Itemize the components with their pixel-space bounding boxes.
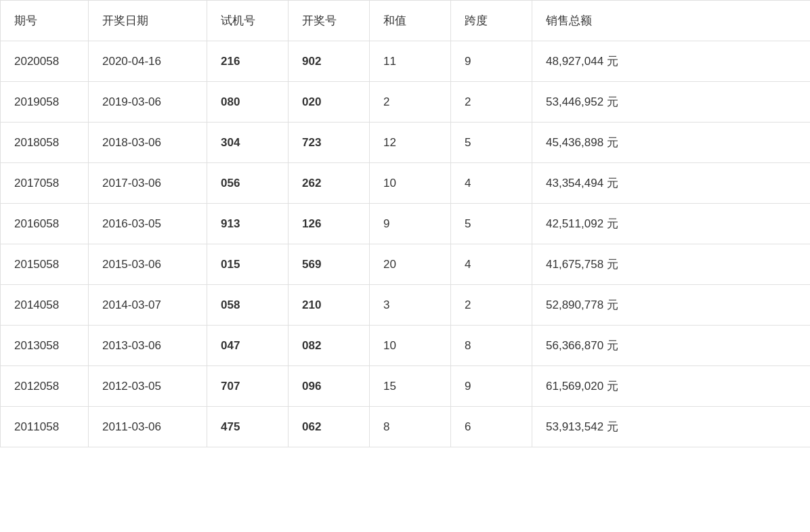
table-row: 20180582018-03-0630472312545,436,898 元 xyxy=(1,123,811,163)
table-row: 20120582012-03-0570709615961,569,020 元 xyxy=(1,366,811,407)
cell-shiji: 080 xyxy=(207,82,289,123)
cell-xiaoshou: 53,446,952 元 xyxy=(532,82,811,123)
cell-hezhi: 10 xyxy=(370,163,451,204)
cell-xiaoshou: 61,569,020 元 xyxy=(532,366,811,407)
header-kaijia: 开奖号 xyxy=(289,1,370,41)
cell-qihao: 2018058 xyxy=(1,123,89,163)
header-kuadu: 跨度 xyxy=(451,1,532,41)
cell-qihao: 2020058 xyxy=(1,41,89,82)
cell-hezhi: 15 xyxy=(370,366,451,407)
cell-kaijia: 096 xyxy=(289,366,370,407)
cell-kaijia: 210 xyxy=(289,285,370,326)
cell-shiji: 058 xyxy=(207,285,289,326)
cell-kuadu: 5 xyxy=(451,204,532,244)
cell-qihao: 2019058 xyxy=(1,82,89,123)
cell-hezhi: 11 xyxy=(370,41,451,82)
cell-kaijia: 082 xyxy=(289,326,370,366)
table-row: 20150582015-03-0601556920441,675,758 元 xyxy=(1,244,811,285)
cell-kuadu: 9 xyxy=(451,41,532,82)
cell-shiji: 707 xyxy=(207,366,289,407)
cell-xiaoshou: 53,913,542 元 xyxy=(532,407,811,447)
cell-hezhi: 12 xyxy=(370,123,451,163)
cell-xiaoshou: 56,366,870 元 xyxy=(532,326,811,366)
cell-hezhi: 8 xyxy=(370,407,451,447)
cell-kaijia: 126 xyxy=(289,204,370,244)
cell-hezhi: 3 xyxy=(370,285,451,326)
cell-date: 2017-03-06 xyxy=(89,163,207,204)
table-row: 20190582019-03-060800202253,446,952 元 xyxy=(1,82,811,123)
cell-kuadu: 8 xyxy=(451,326,532,366)
cell-kuadu: 2 xyxy=(451,82,532,123)
table-row: 20110582011-03-064750628653,913,542 元 xyxy=(1,407,811,447)
cell-kuadu: 6 xyxy=(451,407,532,447)
cell-xiaoshou: 42,511,092 元 xyxy=(532,204,811,244)
cell-date: 2019-03-06 xyxy=(89,82,207,123)
cell-xiaoshou: 52,890,778 元 xyxy=(532,285,811,326)
cell-date: 2012-03-05 xyxy=(89,366,207,407)
cell-kaijia: 062 xyxy=(289,407,370,447)
table-row: 20130582013-03-0604708210856,366,870 元 xyxy=(1,326,811,366)
cell-date: 2013-03-06 xyxy=(89,326,207,366)
header-qihao: 期号 xyxy=(1,1,89,41)
cell-hezhi: 2 xyxy=(370,82,451,123)
cell-qihao: 2015058 xyxy=(1,244,89,285)
header-date: 开奖日期 xyxy=(89,1,207,41)
cell-kaijia: 262 xyxy=(289,163,370,204)
cell-xiaoshou: 45,436,898 元 xyxy=(532,123,811,163)
cell-qihao: 2013058 xyxy=(1,326,89,366)
cell-date: 2020-04-16 xyxy=(89,41,207,82)
cell-date: 2018-03-06 xyxy=(89,123,207,163)
cell-xiaoshou: 48,927,044 元 xyxy=(532,41,811,82)
table-row: 20170582017-03-0605626210443,354,494 元 xyxy=(1,163,811,204)
cell-qihao: 2012058 xyxy=(1,366,89,407)
cell-kaijia: 902 xyxy=(289,41,370,82)
cell-shiji: 475 xyxy=(207,407,289,447)
cell-shiji: 056 xyxy=(207,163,289,204)
table-row: 20140582014-03-070582103252,890,778 元 xyxy=(1,285,811,326)
cell-hezhi: 10 xyxy=(370,326,451,366)
cell-qihao: 2014058 xyxy=(1,285,89,326)
cell-hezhi: 20 xyxy=(370,244,451,285)
cell-shiji: 913 xyxy=(207,204,289,244)
cell-kuadu: 2 xyxy=(451,285,532,326)
cell-qihao: 2017058 xyxy=(1,163,89,204)
cell-kaijia: 020 xyxy=(289,82,370,123)
cell-date: 2015-03-06 xyxy=(89,244,207,285)
cell-shiji: 047 xyxy=(207,326,289,366)
cell-qihao: 2016058 xyxy=(1,204,89,244)
cell-date: 2014-03-07 xyxy=(89,285,207,326)
cell-shiji: 216 xyxy=(207,41,289,82)
cell-kuadu: 9 xyxy=(451,366,532,407)
header-xiaoshou: 销售总额 xyxy=(532,1,811,41)
cell-shiji: 015 xyxy=(207,244,289,285)
cell-xiaoshou: 43,354,494 元 xyxy=(532,163,811,204)
lottery-table: 期号 开奖日期 试机号 开奖号 和值 跨度 销售总额 20200582020-0… xyxy=(0,0,810,447)
header-hezhi: 和值 xyxy=(370,1,451,41)
table-container: 期号 开奖日期 试机号 开奖号 和值 跨度 销售总额 20200582020-0… xyxy=(0,0,810,532)
table-row: 20160582016-03-059131269542,511,092 元 xyxy=(1,204,811,244)
cell-date: 2016-03-05 xyxy=(89,204,207,244)
cell-xiaoshou: 41,675,758 元 xyxy=(532,244,811,285)
header-shiji: 试机号 xyxy=(207,1,289,41)
cell-kuadu: 5 xyxy=(451,123,532,163)
table-header-row: 期号 开奖日期 试机号 开奖号 和值 跨度 销售总额 xyxy=(1,1,811,41)
cell-shiji: 304 xyxy=(207,123,289,163)
cell-kaijia: 723 xyxy=(289,123,370,163)
table-row: 20200582020-04-1621690211948,927,044 元 xyxy=(1,41,811,82)
cell-date: 2011-03-06 xyxy=(89,407,207,447)
cell-qihao: 2011058 xyxy=(1,407,89,447)
cell-kaijia: 569 xyxy=(289,244,370,285)
cell-hezhi: 9 xyxy=(370,204,451,244)
cell-kuadu: 4 xyxy=(451,244,532,285)
cell-kuadu: 4 xyxy=(451,163,532,204)
